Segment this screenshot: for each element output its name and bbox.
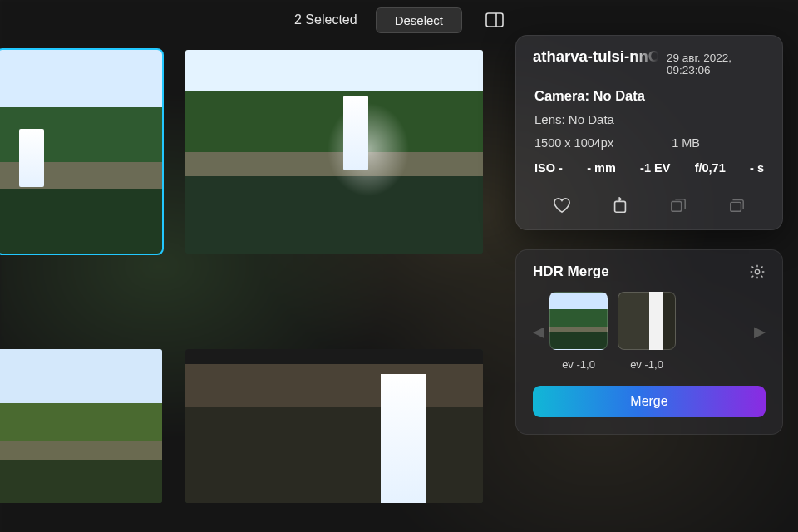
hdr-merge-title: HDR Merge: [533, 264, 609, 280]
deselect-button[interactable]: Deselect: [376, 7, 462, 33]
hdr-prev-arrow: ◀: [533, 323, 544, 341]
photo-thumbnail[interactable]: [0, 349, 162, 503]
file-size: 1 MB: [672, 136, 700, 150]
photo-thumbnail[interactable]: [185, 349, 483, 503]
svg-point-5: [755, 269, 759, 273]
hdr-thumbnail[interactable]: ev -1,0: [618, 292, 676, 371]
info-panel: atharva-tulsi-nnOW 29 авг. 2022, 09:23:0…: [515, 35, 783, 230]
svg-rect-3: [672, 201, 682, 211]
exif-ev: -1 EV: [640, 161, 670, 175]
file-name: atharva-tulsi-nnOW: [533, 47, 658, 66]
camera-info: Camera: No Data: [534, 88, 764, 104]
photo-thumbnail[interactable]: [0, 50, 162, 254]
merge-button[interactable]: Merge: [533, 386, 766, 417]
exif-focal: - mm: [587, 161, 616, 175]
photo-thumbnail[interactable]: [185, 50, 483, 254]
hdr-ev-label: ev -1,0: [549, 358, 608, 371]
exif-shutter: - s: [750, 161, 764, 175]
gear-icon[interactable]: [749, 264, 766, 280]
svg-rect-2: [615, 201, 626, 212]
top-toolbar: 2 Selected Deselect: [0, 0, 798, 40]
rotate-icon[interactable]: [608, 195, 633, 216]
copy-icon[interactable]: [666, 195, 691, 216]
exif-aperture: f/0,71: [695, 161, 726, 175]
file-timestamp: 29 авг. 2022, 09:23:06: [667, 52, 766, 76]
hdr-ev-label: ev -1,0: [618, 358, 676, 371]
exif-row: ISO - - mm -1 EV f/0,71 - s: [534, 161, 764, 175]
hdr-next-arrow: ▶: [754, 323, 766, 341]
hdr-thumbnail[interactable]: ev -1,0: [549, 292, 608, 371]
svg-rect-4: [731, 202, 741, 211]
hdr-merge-panel: HDR Merge ◀ ev -1,0 ev -1,0 ▶: [515, 249, 783, 435]
svg-rect-0: [486, 13, 503, 27]
compare-icon[interactable]: [485, 12, 504, 27]
image-dimensions: 1500 x 1004px: [534, 136, 613, 150]
selection-count: 2 Selected: [294, 12, 357, 27]
lens-info: Lens: No Data: [534, 112, 764, 126]
favorite-icon[interactable]: [549, 195, 574, 216]
stack-icon[interactable]: [724, 195, 749, 216]
photo-grid: [0, 50, 507, 503]
exif-iso: ISO -: [534, 161, 563, 175]
